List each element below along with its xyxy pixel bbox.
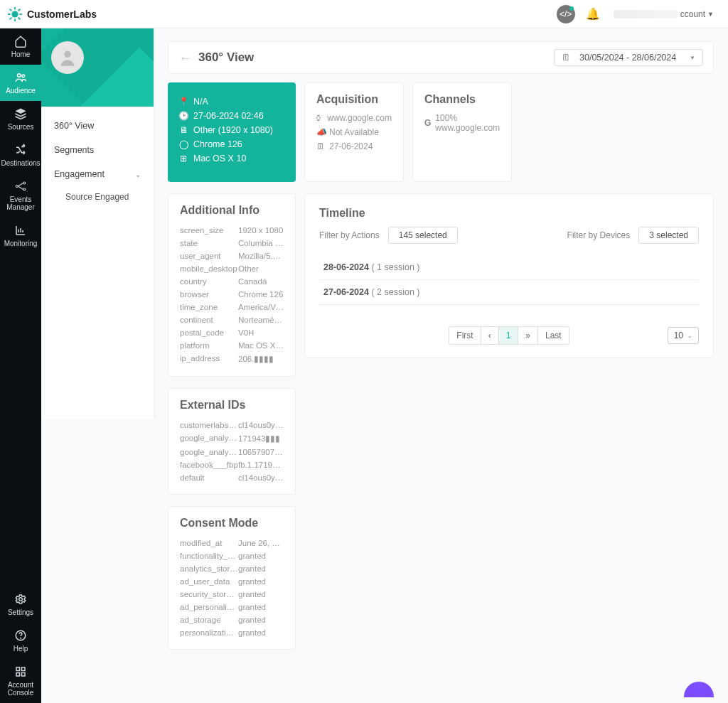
logo-icon xyxy=(7,6,23,22)
svg-point-12 xyxy=(23,182,26,184)
account-name-blur xyxy=(614,10,678,18)
kv-key: platform xyxy=(180,341,238,350)
chat-widget[interactable] xyxy=(684,682,714,697)
svg-point-14 xyxy=(19,598,23,601)
shuffle-icon xyxy=(14,144,27,156)
kv-row: postal_codeV0H xyxy=(180,326,284,339)
sidebar-engagement[interactable]: Engagement⌄ xyxy=(41,162,154,186)
page-next[interactable]: » xyxy=(518,326,538,345)
user-icon xyxy=(58,48,77,68)
consent-mode-card: Consent Mode modified_atJune 26, 2024,…f… xyxy=(168,506,296,650)
kv-key: screen_size xyxy=(180,226,238,235)
clock-icon: 🕑 xyxy=(179,111,188,121)
page-prev[interactable]: ‹ xyxy=(481,326,499,345)
nav-audience[interactable]: Audience xyxy=(0,65,41,101)
page-first[interactable]: First xyxy=(449,326,481,345)
profile-last-seen: 27-06-2024 02:46 xyxy=(193,111,264,121)
nav-settings[interactable]: Settings xyxy=(0,586,41,623)
kv-value: granted xyxy=(238,616,284,624)
kv-value: June 26, 2024,… xyxy=(238,539,284,547)
kv-key: time_zone xyxy=(180,303,238,311)
sub-sidebar: 360° View Segments Engagement⌄ Source En… xyxy=(41,28,154,419)
bullhorn-icon: 📣 xyxy=(316,127,325,137)
back-arrow-icon[interactable]: ← xyxy=(178,50,193,66)
pagination: First ‹ 1 » Last 10 ⌄ xyxy=(319,326,699,345)
nodes-icon xyxy=(14,180,27,193)
kv-value: 206.▮▮▮▮ xyxy=(238,354,284,364)
sidebar-360-view[interactable]: 360° View xyxy=(41,114,154,138)
kv-row: ad_personaliza…granted xyxy=(180,601,284,613)
date-range-picker[interactable]: 🗓 30/05/2024 - 28/06/2024 ▼ xyxy=(554,49,703,66)
svg-point-10 xyxy=(22,75,25,77)
svg-line-5 xyxy=(10,9,12,11)
kv-value: America/Vanc… xyxy=(238,303,284,311)
page-title: 360° View xyxy=(198,50,254,65)
nav-home[interactable]: Home xyxy=(0,28,41,65)
chevron-down-icon: ⌄ xyxy=(687,333,692,339)
kv-key: mobile_desktop xyxy=(180,264,238,273)
circle-icon: ◯ xyxy=(179,139,188,149)
svg-line-8 xyxy=(18,9,21,11)
nav-sources[interactable]: Sources xyxy=(0,101,41,137)
page-size-select[interactable]: 10 ⌄ xyxy=(668,327,699,344)
kv-row: ad_storagegranted xyxy=(180,613,284,626)
kv-row: analytics_stora…granted xyxy=(180,562,284,575)
kv-value: granted xyxy=(238,577,284,586)
kv-row: continentNorteamérica xyxy=(180,313,284,326)
svg-point-0 xyxy=(11,11,18,17)
kv-key: continent xyxy=(180,316,238,324)
svg-line-7 xyxy=(10,17,12,19)
kv-key: functionality_s… xyxy=(180,552,238,560)
kv-row: google_analyti…1065790764… xyxy=(180,446,284,458)
profile-summary-card: 📍N/A 🕑27-06-2024 02:46 🖥Other (1920 x 10… xyxy=(168,82,296,182)
svg-point-21 xyxy=(64,51,70,58)
bell-icon[interactable]: 🔔 xyxy=(584,5,602,23)
svg-point-13 xyxy=(23,188,26,190)
nav-account-console[interactable]: Account Console xyxy=(0,659,41,703)
svg-rect-17 xyxy=(16,667,20,671)
kv-row: user_agentMozilla/5.0 (M… xyxy=(180,249,284,262)
filter-devices-dropdown[interactable]: 3 selected xyxy=(638,227,699,244)
external-ids-card: External IDs customerlabs_…cl14ous0ydao…… xyxy=(168,388,296,495)
kv-value: Mozilla/5.0 (M… xyxy=(238,252,284,260)
page-1[interactable]: 1 xyxy=(498,326,519,345)
kv-key: ip_address xyxy=(180,354,238,364)
svg-point-16 xyxy=(21,638,21,638)
kv-key: modified_at xyxy=(180,539,238,547)
kv-value: Other xyxy=(238,264,284,273)
nav-events-manager[interactable]: Events Manager xyxy=(0,173,41,218)
session-row[interactable]: 27-06-2024 ( 2 session ) xyxy=(319,280,699,305)
kv-row: time_zoneAmerica/Vanc… xyxy=(180,301,284,313)
session-row[interactable]: 28-06-2024 ( 1 session ) xyxy=(319,255,699,280)
layers-icon xyxy=(14,107,27,120)
kv-key: user_agent xyxy=(180,252,238,260)
sidebar-source-engaged[interactable]: Source Engaged xyxy=(41,186,154,208)
chevron-down-icon: ⌄ xyxy=(135,171,141,178)
profile-browser: Chrome 126 xyxy=(193,139,242,149)
sidebar-segments[interactable]: Segments xyxy=(41,138,154,162)
code-icon[interactable]: </> xyxy=(557,5,575,23)
kv-value: granted xyxy=(238,628,284,637)
kv-value: granted xyxy=(238,564,284,573)
account-menu[interactable]: ccount ▼ xyxy=(614,9,714,19)
nav-help[interactable]: Help xyxy=(0,623,41,659)
filter-actions-label: Filter by Actions xyxy=(319,230,380,240)
kv-row: stateColumbia Britá… xyxy=(180,237,284,249)
page-last[interactable]: Last xyxy=(537,326,569,345)
nav-destinations[interactable]: Destinations xyxy=(0,137,41,173)
kv-key: default xyxy=(180,473,238,482)
brand[interactable]: CustomerLabs xyxy=(7,6,97,22)
additional-info-card: Additional Info screen_size1920 x 1080st… xyxy=(168,193,296,377)
kv-key: analytics_stora… xyxy=(180,564,238,573)
kv-row: modified_atJune 26, 2024,… xyxy=(180,537,284,549)
svg-point-11 xyxy=(16,186,18,188)
kv-key: security_storage xyxy=(180,590,238,599)
nav-monitoring[interactable]: Monitoring xyxy=(0,218,41,254)
kv-row: facebook___fbpfb.1.1719436… xyxy=(180,458,284,471)
brand-name: CustomerLabs xyxy=(27,9,97,20)
google-icon: G xyxy=(424,118,431,128)
kv-row: google_analyti…171943▮▮▮ xyxy=(180,431,284,446)
kv-value: Columbia Britá… xyxy=(238,239,284,247)
filter-actions-dropdown[interactable]: 145 selected xyxy=(388,227,458,244)
kv-row: personalizatio…granted xyxy=(180,626,284,639)
